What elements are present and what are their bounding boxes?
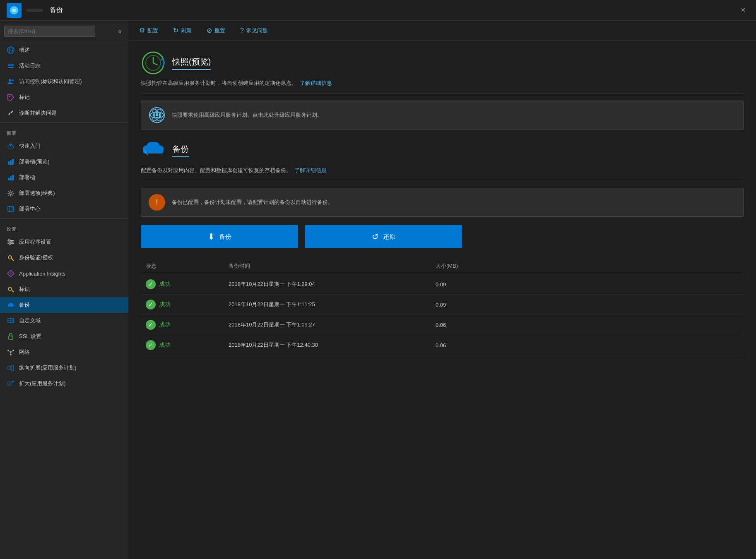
sidebar-item-diagnose[interactable]: 诊断并解决问题 (0, 105, 128, 121)
snapshot-info-text: 快照要求使用高级应用服务计划。点击此处升级应用服务计划。 (172, 111, 323, 119)
check-icon-1: ✓ (146, 300, 156, 309)
toolbar: ⚙ 配置 ↻ 刷新 ⊘ 重置 ? 常见问题 (128, 21, 756, 41)
diamond-icon (7, 269, 15, 278)
snapshot-learn-more-link[interactable]: 了解详细信息 (300, 80, 332, 86)
svg-rect-42 (8, 366, 11, 369)
check-icon-3: ✓ (146, 340, 156, 350)
cell-time-2: 2018年10月22日星期一 下午1:09:27 (224, 315, 431, 335)
sidebar-item-auth[interactable]: 身份验证/授权 (0, 250, 128, 266)
faq-label: 常见问题 (246, 27, 268, 34)
sidebar-label-scale-up: 扩大(应用服务计划) (19, 380, 66, 387)
scale-up-icon (7, 379, 15, 388)
reset-button[interactable]: ⊘ 重置 (204, 25, 228, 36)
sidebar-label-access: 访问控制(标识和访问管理) (19, 78, 82, 85)
refresh-icon: ↻ (173, 26, 178, 34)
cloud-up-icon (7, 142, 15, 150)
sidebar-item-custom-domain[interactable]: 自定义域 (0, 313, 128, 329)
svg-point-23 (8, 240, 10, 241)
snapshot-icon (141, 50, 166, 75)
section-label-deploy: 部署 (0, 125, 128, 138)
table-row: ✓ 成功 2018年10月22日星期一 下午1:09:27 0.06 (141, 315, 744, 335)
backup-learn-more-link[interactable]: 了解详细信息 (294, 167, 327, 173)
cell-time-1: 2018年10月22日星期一 下午1:11:25 (224, 295, 431, 315)
sidebar-item-deploy-slot[interactable]: 部署槽 (0, 170, 128, 185)
divider-2 (0, 218, 128, 219)
snapshot-info-box[interactable]: 快照要求使用高级应用服务计划。点击此处升级应用服务计划。 (141, 101, 744, 130)
restore-button[interactable]: ↺ 还原 (305, 225, 462, 248)
sidebar-label-diagnose: 诊断并解决问题 (19, 109, 57, 117)
cell-time-3: 2018年10月22日星期一 下午12:40:30 (224, 335, 431, 355)
col-status: 状态 (141, 258, 224, 274)
sidebar-item-deploy-slot-preview[interactable]: 部署槽(预览) (0, 154, 128, 170)
svg-rect-6 (8, 67, 14, 68)
divider-1 (0, 122, 128, 123)
sidebar-item-tags[interactable]: 标记 (0, 89, 128, 105)
snapshot-title: 快照(预览) (172, 56, 211, 70)
sidebar-label-app-insights: Application Insights (19, 271, 65, 277)
search-input[interactable] (4, 26, 95, 37)
list-icon (7, 62, 15, 70)
reset-icon: ⊘ (207, 26, 212, 34)
restore-button-label: 还原 (383, 233, 395, 241)
sidebar-item-overview[interactable]: 概述 (0, 42, 128, 58)
backup-button-label: 备份 (219, 233, 231, 241)
backup-button[interactable]: ⬇ 备份 (141, 225, 298, 248)
table-header: 状态 备份时间 大小(MB) (141, 258, 744, 274)
backup-warning-box: ! 备份已配置，备份计划未配置，请配置计划的备份以自动进行备份。 (141, 188, 744, 217)
cell-size-2: 0.06 (431, 315, 744, 335)
sidebar-item-app-insights[interactable]: Application Insights (0, 266, 128, 281)
sidebar-item-app-settings[interactable]: 应用程序设置 (0, 234, 128, 250)
svg-point-16 (10, 192, 12, 194)
network-icon (7, 348, 15, 356)
svg-line-40 (11, 350, 13, 352)
sidebar-item-backup[interactable]: 备份 (0, 297, 128, 313)
key-icon (7, 254, 15, 262)
sidebar-item-quickstart[interactable]: 快速入门 (0, 138, 128, 154)
reset-label: 重置 (214, 27, 225, 34)
key2-icon (7, 285, 15, 293)
wrench-icon (7, 109, 15, 117)
col-time: 备份时间 (224, 258, 431, 274)
sidebar-item-identity[interactable]: 标识 (0, 281, 128, 297)
configure-button[interactable]: ⚙ 配置 (137, 25, 161, 36)
close-button[interactable]: × (737, 4, 749, 17)
sidebar-item-activity-log[interactable]: 活动日志 (0, 58, 128, 74)
settings-icon (7, 238, 15, 246)
backup-section-header: 备份 (141, 138, 744, 163)
table-row: ✓ 成功 2018年10月22日星期一 下午1:29:04 0.09 (141, 274, 744, 295)
snapshot-divider (141, 94, 744, 94)
svg-rect-12 (12, 159, 14, 165)
section-label-settings: 设置 (0, 221, 128, 234)
collapse-button[interactable]: « (116, 27, 124, 36)
svg-point-60 (156, 114, 158, 116)
sidebar-label-deploy-slot: 部署槽 (19, 174, 35, 181)
svg-point-25 (9, 243, 11, 245)
svg-rect-17 (8, 206, 14, 211)
check-icon-2: ✓ (146, 320, 156, 330)
download-icon: ⬇ (208, 232, 215, 242)
sidebar-item-access-control[interactable]: 访问控制(标识和访问管理) (0, 74, 128, 89)
bar-chart2-icon (7, 173, 15, 182)
sidebar-item-scale-up[interactable]: 扩大(应用服务计划) (0, 376, 128, 391)
title-bar: 备份 × (0, 0, 756, 21)
sidebar-item-ssl[interactable]: SSL 设置 (0, 329, 128, 344)
cell-status-0: ✓ 成功 (141, 274, 224, 295)
table-body: ✓ 成功 2018年10月22日星期一 下午1:29:04 0.09 ✓ 成功 … (141, 274, 744, 355)
refresh-button[interactable]: ↻ 刷新 (171, 25, 194, 36)
sidebar-item-networking[interactable]: 网络 (0, 344, 128, 360)
svg-rect-10 (8, 161, 10, 165)
users-icon (7, 77, 15, 86)
globe-icon (7, 46, 15, 54)
app-name (26, 9, 43, 12)
cell-size-3: 0.06 (431, 335, 744, 355)
cell-size-0: 0.09 (431, 274, 744, 295)
sidebar-label-deploy-center: 部署中心 (19, 205, 41, 213)
cloud-icon (7, 301, 15, 309)
faq-button[interactable]: ? 常见问题 (238, 25, 270, 36)
sidebar-item-scale-out[interactable]: 纵向扩展(应用服务计划) (0, 360, 128, 376)
svg-rect-5 (8, 65, 14, 66)
sidebar-item-deploy-options[interactable]: 部署选项(经典) (0, 185, 128, 201)
backup-title: 备份 (172, 144, 189, 157)
cell-status-3: ✓ 成功 (141, 335, 224, 355)
sidebar-item-deploy-center[interactable]: 部署中心 (0, 201, 128, 217)
